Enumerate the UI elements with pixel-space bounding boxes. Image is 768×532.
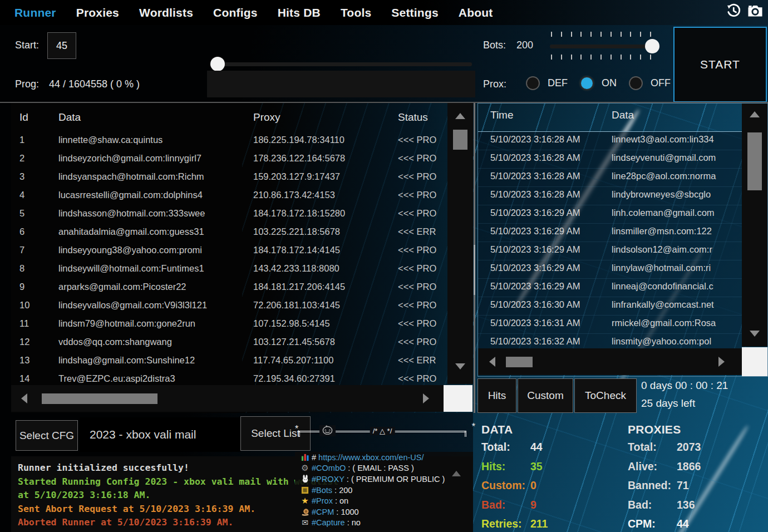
capture-link[interactable]: https://www.xbox.com/en-US/ [318, 453, 424, 462]
right-horizontal-scrollbar[interactable] [478, 348, 742, 375]
scrollbar-corner [742, 347, 767, 376]
menu-item-about[interactable]: About [459, 6, 493, 19]
cell-id: 14 [19, 373, 29, 384]
cell-status: <<< PRO [398, 337, 446, 347]
table-row[interactable]: 5/10/2023 3:16:29 AMlinh.coleman@gmail.c… [478, 205, 742, 224]
scrollbar-thumb[interactable] [42, 393, 157, 404]
prox-radio-off[interactable] [629, 76, 643, 90]
history-icon[interactable] [724, 1, 743, 20]
table-row[interactable]: 10lindseyvallos@gmail.com:V9i3l3l12172.2… [11, 298, 446, 316]
scroll-down-arrow[interactable] [455, 363, 465, 370]
menu-item-proxies[interactable]: Proxies [76, 6, 119, 19]
start-button[interactable]: START [673, 27, 767, 102]
menu-item-settings[interactable]: Settings [391, 6, 438, 19]
scroll-left-arrow[interactable] [21, 393, 27, 403]
stat-row: Total:2073 [628, 436, 767, 456]
table-row[interactable]: 5/10/2023 3:16:28 AMlinnewt3@aol.com:lin… [478, 132, 742, 150]
table-row[interactable]: 12vddos@qq.com:shangwang103.127.21.45:56… [11, 334, 446, 353]
prox-radio-on[interactable] [580, 76, 594, 90]
hits-tab-button[interactable]: Hits [477, 378, 516, 413]
table-row[interactable]: 5/10/2023 3:16:28 AMline28pc@aol.com:nor… [478, 169, 742, 187]
cell-data: linneaj@condofinancial.c [612, 281, 742, 292]
scroll-right-arrow[interactable] [423, 393, 429, 403]
cell-data: arparks@gmail.com:Picoster22 [58, 282, 250, 292]
bots-slider-track[interactable] [550, 45, 659, 48]
left-vertical-scrollbar[interactable] [447, 103, 473, 384]
table-row[interactable]: 1linnette@shaw.ca:quintus186.225.194.78:… [11, 132, 446, 151]
start-slider-thumb[interactable] [210, 57, 225, 71]
config-name-display[interactable]: 2023 - xbox vali mail [80, 417, 240, 452]
cell-time: 5/10/2023 3:16:29 AM [490, 263, 580, 273]
table-row[interactable]: 5/10/2023 3:16:31 AMrmickel@gmail.com:Ro… [478, 316, 742, 334]
table-row[interactable]: 11lindsm79@hotmail.com:gone2run107.152.9… [11, 316, 446, 334]
scroll-right-arrow[interactable] [718, 357, 725, 367]
cell-proxy: 178.236.122.164:5678 [253, 153, 345, 164]
scrollbar-thumb[interactable] [453, 130, 467, 150]
column-header-proxy: Proxy [253, 111, 280, 124]
gear-icon: ⚙ [298, 463, 312, 473]
stat-label: Banned: [628, 479, 671, 492]
bots-slider[interactable] [550, 39, 659, 53]
bots-slider-thumb[interactable] [645, 39, 659, 53]
bar-chart-icon [298, 453, 312, 461]
menu-item-wordlists[interactable]: Wordlists [139, 6, 193, 19]
stat-value: 9 [530, 499, 536, 511]
cell-time: 5/10/2023 3:16:28 AM [490, 171, 580, 181]
corner-left [298, 431, 300, 437]
scroll-down-arrow[interactable] [750, 331, 760, 337]
scroll-up-arrow[interactable] [455, 113, 465, 119]
capture-separator: : [334, 508, 341, 516]
table-row[interactable]: 3lindsyanspach@hotmail.com:Richm159.203.… [11, 169, 446, 188]
table-row[interactable]: 2lindseyzorich@gmail.com:linnygirl7178.2… [11, 151, 446, 169]
table-row[interactable]: 5/10/2023 3:16:30 AMlinfrankally@comcast… [478, 297, 742, 316]
camera-icon[interactable] [746, 1, 765, 20]
table-row[interactable]: 5/10/2023 3:16:28 AMlindseyvenuti@gmail.… [478, 150, 742, 169]
table-row[interactable]: 5/10/2023 3:16:28 AMlindybrowneyes@sbcgl… [478, 187, 742, 205]
table-row[interactable]: 7lindseyyoung38@yahoo.com:promi184.178.1… [11, 243, 446, 261]
overlay-right-star: * [472, 422, 475, 432]
table-row[interactable]: 5/10/2023 3:16:29 AMlindsolson12@aim.com… [478, 242, 742, 260]
select-cfg-button[interactable]: Select CFG [16, 420, 78, 451]
cell-proxy: 184.181.217.206:4145 [253, 282, 345, 292]
table-row[interactable]: 4lucasrrestelli@gmail.com:dolphins4210.8… [11, 188, 446, 206]
table-row[interactable]: 5lindshasson@hotmail.com:333swee184.178.… [11, 206, 446, 224]
prox-radio-label-def: DEF [548, 77, 568, 89]
cell-data: Trev@EZPC.eu:aspi2distra3 [58, 373, 250, 384]
cell-time: 5/10/2023 3:16:29 AM [490, 208, 580, 218]
table-row[interactable]: 8lindseywill@hotmail.com:Funtimes1143.42… [11, 261, 446, 279]
prox-radio-group: DEFONOFF [526, 76, 675, 90]
overlay-scroll-up-arrow[interactable] [452, 471, 461, 476]
cell-proxy: 186.225.194.78:34110 [253, 135, 344, 145]
custom-tab-button[interactable]: Custom [518, 378, 573, 413]
cell-id: 4 [19, 190, 24, 200]
left-horizontal-scrollbar[interactable] [11, 385, 446, 412]
table-row[interactable]: 14Trev@EZPC.eu:aspi2distra372.195.34.60:… [11, 371, 446, 384]
scrollbar-thumb[interactable] [747, 132, 762, 190]
table-row[interactable]: 6anahitadalmia@gmail.com:guess31103.225.… [11, 224, 446, 243]
table-row[interactable]: 5/10/2023 3:16:29 AMlinnylaw@hotmail.com… [478, 260, 742, 279]
table-row[interactable]: 5/10/2023 3:16:32 AMlinsmity@yahoo.com:p… [478, 334, 742, 350]
cell-id: 7 [19, 245, 24, 255]
table-row[interactable]: 9arparks@gmail.com:Picoster22184.181.217… [11, 279, 446, 298]
table-row[interactable]: 5/10/2023 3:16:29 AMlinneaj@condofinanci… [478, 279, 742, 297]
prox-radio-def[interactable] [526, 76, 540, 90]
scroll-up-arrow[interactable] [750, 111, 760, 117]
scrollbar-thumb[interactable] [506, 357, 533, 367]
menu-item-tools[interactable]: Tools [341, 6, 371, 19]
right-vertical-scrollbar[interactable] [742, 104, 767, 347]
menu-item-configs[interactable]: Configs [213, 6, 258, 19]
table-row[interactable]: 5/10/2023 3:16:29 AMlinsmiller@msn.com:1… [478, 224, 742, 242]
capture-info-line[interactable]: # https://www.xbox.com/en-US/ [295, 452, 473, 463]
start-input[interactable]: 45 [47, 32, 76, 59]
bots-slider-ticks-top [551, 32, 651, 37]
table-row[interactable]: 13lindshag@gmail.com:Sunshine12117.74.65… [11, 353, 446, 371]
cell-time: 5/10/2023 3:16:28 AM [490, 134, 580, 145]
menu-item-hits-db[interactable]: Hits DB [278, 6, 321, 19]
start-slider-track[interactable] [210, 62, 472, 66]
star-icon: ★ [298, 496, 312, 506]
menu-item-runner[interactable]: Runner [14, 6, 56, 19]
scroll-left-arrow[interactable] [489, 357, 495, 367]
cell-proxy: 143.42.233.118:8080 [253, 263, 339, 274]
start-slider[interactable] [210, 57, 472, 71]
tocheck-tab-button[interactable]: ToCheck [574, 378, 637, 413]
